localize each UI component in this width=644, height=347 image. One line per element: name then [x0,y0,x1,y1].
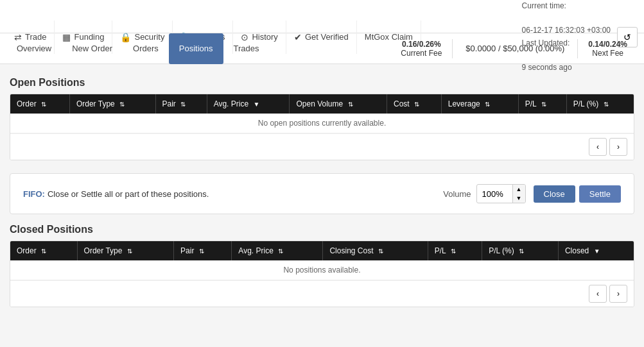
col-pl[interactable]: P/L ⇅ [518,94,566,114]
sort-closed-order-icon: ⇅ [41,248,46,255]
col-pair[interactable]: Pair ⇅ [155,94,207,114]
col-pl-pct[interactable]: P/L (%) ⇅ [566,94,634,114]
tab-new-order[interactable]: New Order [62,33,123,64]
fifo-label: FIFO: [23,189,45,199]
col-avg-price[interactable]: Avg. Price ▼ [207,94,290,114]
col-open-volume[interactable]: Open Volume ⇅ [290,94,387,114]
current-fee-value: 0.16/0.26% [401,40,442,49]
open-positions-title: Open Positions [10,77,634,89]
current-time-value: 06-12-17 16:32:03 +03:00 [522,24,611,37]
closed-col-pl-pct[interactable]: P/L (%) ⇅ [482,241,559,260]
volume-section: Volume ▲ ▼ [443,184,525,203]
sort-closed-pair-icon: ⇅ [199,248,204,255]
time-info: Current time: 06-12-17 16:32:03 +03:00 L… [522,0,611,74]
tab-overview[interactable]: Overview [6,33,62,64]
tab-trades[interactable]: Trades [223,33,270,64]
volume-input-wrap: ▲ ▼ [476,184,526,203]
balance-value: $0.0000 / $50,000 (0.00%) [466,44,564,53]
sort-closing-cost-icon: ⇅ [378,248,383,255]
current-time-row: Current time: 06-12-17 16:32:03 +03:00 [522,0,611,37]
closed-positions-section: Closed Positions Order ⇅ Order Type ⇅ [10,224,634,307]
open-positions-table-wrapper: Order ⇅ Order Type ⇅ Pair ⇅ Avg. Price [10,94,634,160]
tab-orders[interactable]: Orders [123,33,169,64]
closed-prev-icon: ‹ [596,289,599,298]
sort-pl-pct-icon: ⇅ [604,101,609,108]
prev-icon: ‹ [596,142,599,151]
open-positions-section: Open Positions Order ⇅ Order Type ⇅ [10,77,634,160]
open-positions-next-btn[interactable]: › [609,138,627,156]
sort-closed-avg-price-icon: ⇅ [278,248,283,255]
next-fee-label: Next Fee [588,49,627,58]
closed-col-avg-price[interactable]: Avg. Price ⇅ [232,241,323,260]
fifo-text: Close or Settle all or part of these pos… [48,189,209,199]
col-leverage[interactable]: Leverage ⇅ [441,94,518,114]
verified-icon: ✔ [294,32,302,42]
next-fee-value: 0.14/0.24% [588,40,627,49]
sort-cost-icon: ⇅ [414,101,419,108]
sort-open-volume-icon: ⇅ [348,101,353,108]
closed-positions-next-btn[interactable]: › [609,285,627,303]
closed-positions-table: Order ⇅ Order Type ⇅ Pair ⇅ Avg. Price [10,241,634,280]
open-positions-header-row: Order ⇅ Order Type ⇅ Pair ⇅ Avg. Price [10,94,634,114]
closed-col-order[interactable]: Order ⇅ [10,241,77,260]
sort-order-icon: ⇅ [41,101,46,108]
sort-closed-pl-icon: ⇅ [451,248,456,255]
volume-down-btn[interactable]: ▼ [513,194,525,203]
open-positions-prev-btn[interactable]: ‹ [589,138,607,156]
sort-pl-icon: ⇅ [541,101,546,108]
closed-positions-title: Closed Positions [10,224,634,235]
closed-positions-header-row: Order ⇅ Order Type ⇅ Pair ⇅ Avg. Price [10,241,634,260]
open-positions-no-data: No open positions currently available. [10,114,634,133]
top-nav: ⇄ Trade ▦ Funding 🔒 Security 🔧 Settings … [0,0,644,33]
last-updated-value: 9 seconds ago [522,62,611,74]
fifo-close-button[interactable]: Close [534,185,575,203]
nav-get-verified-label: Get Verified [305,32,349,42]
col-order-type[interactable]: Order Type ⇅ [69,94,155,114]
col-cost[interactable]: Cost ⇅ [387,94,441,114]
volume-input[interactable] [477,186,512,202]
fifo-box: FIFO: Close or Settle all or part of the… [10,173,634,214]
next-fee-info: 0.14/0.24% Next Fee [578,40,638,58]
next-icon: › [617,142,620,151]
closed-positions-prev-btn[interactable]: ‹ [589,285,607,303]
volume-up-btn[interactable]: ▲ [513,185,525,194]
closed-positions-pagination: ‹ › [10,280,634,307]
open-positions-table: Order ⇅ Order Type ⇅ Pair ⇅ Avg. Price [10,94,634,133]
sort-closed-pl-pct-icon: ⇅ [519,248,524,255]
sort-leverage-icon: ⇅ [485,101,490,108]
balance-info: $0.0000 / $50,000 (0.00%) [453,44,577,53]
main-content: Open Positions Order ⇅ Order Type ⇅ [0,64,644,326]
closed-col-pair[interactable]: Pair ⇅ [174,241,232,260]
current-fee-info: 0.16/0.26% Current Fee [390,40,452,58]
current-time-label: Current time: [522,0,611,12]
closed-col-closing-cost[interactable]: Closing Cost ⇅ [323,241,428,260]
current-fee-label: Current Fee [401,49,442,58]
closed-positions-table-wrapper: Order ⇅ Order Type ⇅ Pair ⇅ Avg. Price [10,241,634,307]
open-positions-pagination: ‹ › [10,133,634,160]
fifo-settle-button[interactable]: Settle [579,185,621,203]
sort-order-type-icon: ⇅ [119,101,125,108]
closed-positions-no-data-row: No positions available. [10,260,634,280]
tab-positions[interactable]: Positions [169,33,223,64]
nav-get-verified[interactable]: ✔ Get Verified [286,21,357,54]
closed-col-closed[interactable]: Closed ▼ [558,241,634,260]
closed-next-icon: › [617,289,620,298]
closed-positions-no-data: No positions available. [10,260,634,280]
col-order[interactable]: Order ⇅ [10,94,69,114]
closed-col-order-type[interactable]: Order Type ⇅ [77,241,173,260]
closed-col-pl[interactable]: P/L ⇅ [428,241,482,260]
volume-label: Volume [443,189,471,199]
sort-pair-icon: ⇅ [180,101,186,108]
open-positions-no-data-row: No open positions currently available. [10,114,634,133]
volume-spinner: ▲ ▼ [512,185,525,203]
sort-avg-price-icon: ▼ [253,101,259,108]
sort-closed-order-type-icon: ⇅ [127,248,132,255]
sort-closed-icon: ▼ [594,248,600,255]
